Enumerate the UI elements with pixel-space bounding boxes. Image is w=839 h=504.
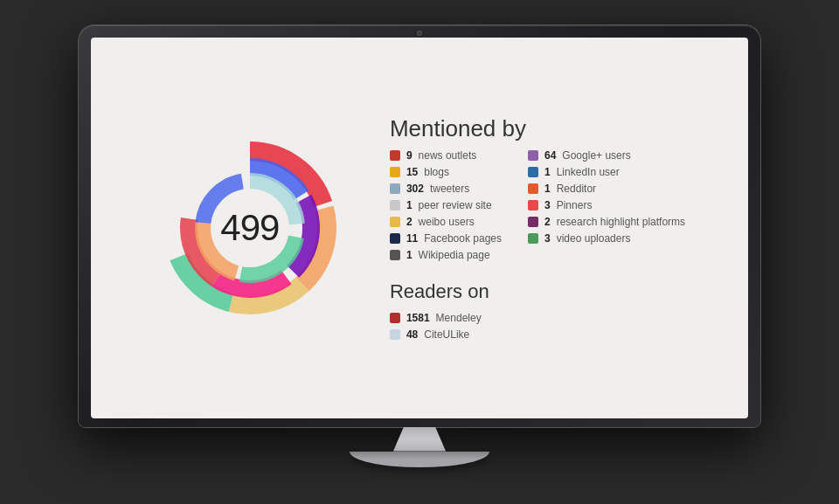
stat-number: 9 [406,149,413,162]
color-swatch [390,200,400,211]
readers-on-title: Readers on [390,280,685,303]
color-swatch [528,183,538,194]
stat-label: CiteULike [424,328,469,341]
color-swatch [390,150,400,161]
stand-neck [393,427,446,452]
stat-label: Wikipedia page [419,249,490,261]
stats-area: Mentioned by 9 news outlets 15 blogs 302… [390,115,685,341]
stat-label: video uploaders [557,232,631,245]
color-swatch [528,233,538,244]
stat-number: 48 [406,328,418,341]
color-swatch [390,250,400,260]
stats-columns: 9 news outlets 15 blogs 302 tweeters 1 p… [390,149,685,261]
stat-number: 1 [544,183,551,195]
readers-col: 1581 Mendeley 48 CiteULike [390,312,685,341]
stat-label: tweeters [430,183,469,195]
stat-label: Facebook pages [424,232,502,245]
color-swatch [390,313,400,323]
stat-row: 9 news outlets [390,149,502,162]
monitor-bezel: 499 Mentioned by 9 news outlets 15 blogs… [79,25,760,427]
color-swatch [390,329,400,340]
stat-label: news outlets [419,149,477,162]
stat-number: 1 [406,249,413,261]
stat-number: 3 [544,232,551,245]
color-swatch [528,200,538,211]
stat-row: 1 peer review site [390,199,502,211]
stat-number: 1581 [406,312,430,324]
color-swatch [390,167,400,177]
stat-label: peer review site [419,199,492,211]
stat-row: 302 tweeters [390,183,502,195]
stat-label: Redditor [557,183,596,195]
stat-number: 64 [544,149,556,162]
mentioned-by-section: Mentioned by 9 news outlets 15 blogs 302… [390,115,685,261]
color-swatch [528,150,538,161]
stat-label: Google+ users [562,149,630,162]
stats-col-left: 9 news outlets 15 blogs 302 tweeters 1 p… [390,149,502,261]
color-swatch [390,233,400,244]
stat-row: 11 Facebook pages [390,232,502,245]
stat-number: 2 [544,216,551,228]
stat-row: 2 weibo users [390,216,502,228]
color-swatch [528,217,538,227]
stat-label: Pinners [557,199,593,211]
chart-area: 499 [154,132,346,324]
readers-section: Readers on 1581 Mendeley 48 CiteULike [390,280,685,341]
stat-label: weibo users [419,216,475,228]
color-swatch [528,167,538,177]
stat-number: 1 [406,199,413,211]
stat-number: 2 [406,216,413,228]
stat-label: Mendeley [436,312,482,324]
stat-row: 1 Redditor [528,183,685,195]
stat-number: 3 [544,199,551,211]
stat-number: 1 [544,166,551,178]
stat-row: 64 Google+ users [528,149,685,162]
monitor: 499 Mentioned by 9 news outlets 15 blogs… [79,25,760,480]
stat-row: 1581 Mendeley [390,312,685,324]
stat-row: 1 LinkedIn user [528,166,685,178]
stat-row: 1 Wikipedia page [390,249,502,261]
stat-label: blogs [424,166,449,178]
stat-row: 48 CiteULike [390,328,685,341]
total-count: 499 [220,207,279,249]
mentioned-by-title: Mentioned by [390,115,685,142]
camera-dot [417,31,422,36]
stat-label: research highlight platforms [557,216,685,228]
stat-row: 15 blogs [390,166,502,178]
stand-base [350,452,489,467]
screen-content: 499 Mentioned by 9 news outlets 15 blogs… [91,89,748,367]
stat-label: LinkedIn user [557,166,620,178]
stat-number: 302 [406,183,424,195]
stat-row: 3 video uploaders [528,232,685,245]
stat-row: 2 research highlight platforms [528,216,685,228]
screen: 499 Mentioned by 9 news outlets 15 blogs… [91,38,748,418]
color-swatch [390,183,400,194]
stat-number: 11 [406,232,418,245]
stat-number: 15 [406,166,418,178]
stats-col-right: 64 Google+ users 1 LinkedIn user 1 Reddi… [528,149,685,261]
stat-row: 3 Pinners [528,199,685,211]
color-swatch [390,217,400,227]
